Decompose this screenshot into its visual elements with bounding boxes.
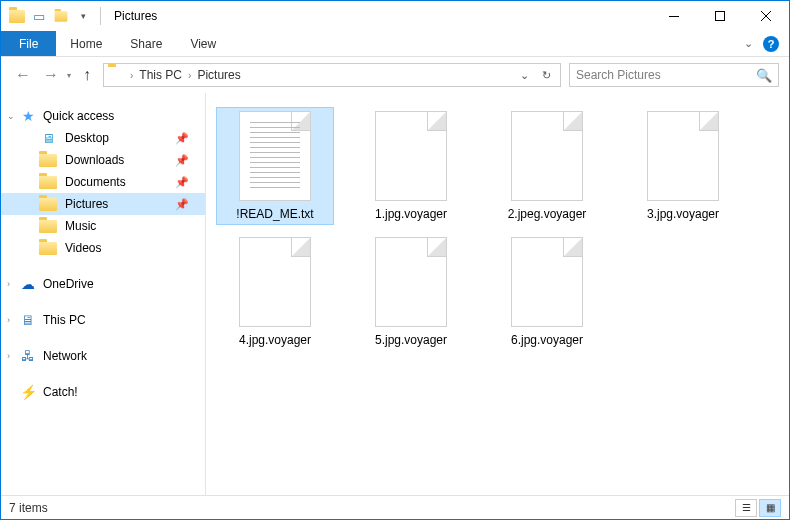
folder-icon (39, 240, 57, 256)
ribbon-tab-view[interactable]: View (176, 31, 230, 56)
chevron-right-icon[interactable]: › (188, 70, 191, 81)
sidebar-item-label: Documents (65, 175, 126, 189)
chevron-right-icon[interactable]: › (7, 351, 10, 361)
catch-icon: ⚡ (19, 384, 37, 400)
chevron-right-icon[interactable]: › (130, 70, 133, 81)
pin-icon: 📌 (175, 176, 189, 189)
search-placeholder[interactable]: Search Pictures (576, 68, 756, 82)
view-icons-button[interactable]: ▦ (759, 499, 781, 517)
sidebar-item-label: Desktop (65, 131, 109, 145)
close-button[interactable] (743, 1, 789, 31)
window-title: Pictures (114, 9, 157, 23)
computer-icon: 🖥 (19, 312, 37, 328)
file-item[interactable]: 4.jpg.voyager (216, 233, 334, 351)
folder-icon (39, 152, 57, 168)
address-dropdown-icon[interactable]: ⌄ (514, 69, 534, 82)
title-bar: ▭ ▾ Pictures (1, 1, 789, 31)
file-item[interactable]: 2.jpeg.voyager (488, 107, 606, 225)
file-item[interactable]: 1.jpg.voyager (352, 107, 470, 225)
ribbon-tab-share[interactable]: Share (116, 31, 176, 56)
sidebar-item-downloads[interactable]: Downloads 📌 (1, 149, 205, 171)
sidebar-item-label: Music (65, 219, 96, 233)
desktop-icon: 🖥 (39, 130, 57, 146)
qat-dropdown-icon[interactable]: ▾ (75, 8, 91, 24)
address-bar[interactable]: › This PC › Pictures ⌄ ↻ (103, 63, 561, 87)
file-name: 4.jpg.voyager (239, 333, 311, 347)
sidebar-label: OneDrive (43, 277, 94, 291)
status-bar: 7 items ☰ ▦ (1, 495, 789, 519)
ribbon-file-tab[interactable]: File (1, 31, 56, 56)
chevron-right-icon[interactable]: › (7, 279, 10, 289)
sidebar-thispc[interactable]: › 🖥 This PC (1, 309, 205, 331)
new-folder-icon[interactable] (53, 8, 69, 24)
sidebar-item-music[interactable]: Music (1, 215, 205, 237)
file-name: !READ_ME.txt (236, 207, 313, 221)
help-icon[interactable]: ? (763, 36, 779, 52)
file-item[interactable]: 3.jpg.voyager (624, 107, 742, 225)
file-icon-generic (375, 237, 447, 327)
folder-icon (39, 174, 57, 190)
sidebar-item-documents[interactable]: Documents 📌 (1, 171, 205, 193)
folder-icon (39, 196, 57, 212)
forward-button[interactable]: → (39, 63, 63, 87)
file-icon-generic (647, 111, 719, 201)
navigation-bar: ← → ▾ ↑ › This PC › Pictures ⌄ ↻ Search … (1, 57, 789, 93)
search-icon[interactable]: 🔍 (756, 68, 772, 83)
breadcrumb-thispc[interactable]: This PC (139, 68, 182, 82)
file-name: 1.jpg.voyager (375, 207, 447, 221)
view-details-button[interactable]: ☰ (735, 499, 757, 517)
file-icon-generic (375, 111, 447, 201)
pin-icon: 📌 (175, 198, 189, 211)
file-name: 6.jpg.voyager (511, 333, 583, 347)
recent-locations-icon[interactable]: ▾ (67, 71, 71, 80)
file-item[interactable]: 5.jpg.voyager (352, 233, 470, 351)
pin-icon: 📌 (175, 154, 189, 167)
breadcrumb-pictures[interactable]: Pictures (197, 68, 240, 82)
file-icon-generic (511, 237, 583, 327)
refresh-icon[interactable]: ↻ (536, 69, 556, 82)
item-count: 7 items (9, 501, 48, 515)
chevron-right-icon[interactable]: › (7, 315, 10, 325)
file-icon-generic (511, 111, 583, 201)
sidebar-label: Quick access (43, 109, 114, 123)
maximize-button[interactable] (697, 1, 743, 31)
separator (100, 7, 101, 25)
file-icon-generic (239, 237, 311, 327)
file-icon-txt (239, 111, 311, 201)
window-controls (651, 1, 789, 31)
file-name: 2.jpeg.voyager (508, 207, 587, 221)
file-item[interactable]: !READ_ME.txt (216, 107, 334, 225)
chevron-down-icon[interactable]: ⌄ (7, 111, 15, 121)
back-button[interactable]: ← (11, 63, 35, 87)
sidebar-item-videos[interactable]: Videos (1, 237, 205, 259)
minimize-button[interactable] (651, 1, 697, 31)
sidebar-network[interactable]: › 🖧 Network (1, 345, 205, 367)
expand-ribbon-icon[interactable]: ⌄ (744, 37, 753, 50)
sidebar-label: Network (43, 349, 87, 363)
sidebar-item-label: Downloads (65, 153, 124, 167)
sidebar-item-label: Pictures (65, 197, 108, 211)
svg-rect-1 (716, 12, 725, 21)
sidebar-catch[interactable]: ⚡ Catch! (1, 381, 205, 403)
file-item[interactable]: 6.jpg.voyager (488, 233, 606, 351)
network-icon: 🖧 (19, 348, 37, 364)
sidebar-label: This PC (43, 313, 86, 327)
pin-icon: 📌 (175, 132, 189, 145)
search-box[interactable]: Search Pictures 🔍 (569, 63, 779, 87)
sidebar-item-pictures[interactable]: Pictures 📌 (1, 193, 205, 215)
navigation-pane: ⌄ ★ Quick access 🖥 Desktop 📌 Downloads 📌… (1, 93, 206, 495)
up-button[interactable]: ↑ (75, 63, 99, 87)
files-area[interactable]: !READ_ME.txt 1.jpg.voyager 2.jpeg.voyage… (206, 93, 789, 495)
file-name: 5.jpg.voyager (375, 333, 447, 347)
properties-icon[interactable]: ▭ (31, 8, 47, 24)
ribbon-tab-home[interactable]: Home (56, 31, 116, 56)
location-icon (108, 67, 124, 83)
folder-icon (39, 218, 57, 234)
sidebar-item-desktop[interactable]: 🖥 Desktop 📌 (1, 127, 205, 149)
ribbon: File Home Share View ⌄ ? (1, 31, 789, 57)
sidebar-label: Catch! (43, 385, 78, 399)
sidebar-onedrive[interactable]: › ☁ OneDrive (1, 273, 205, 295)
cloud-icon: ☁ (19, 276, 37, 292)
sidebar-quickaccess[interactable]: ⌄ ★ Quick access (1, 105, 205, 127)
svg-rect-0 (669, 16, 679, 17)
